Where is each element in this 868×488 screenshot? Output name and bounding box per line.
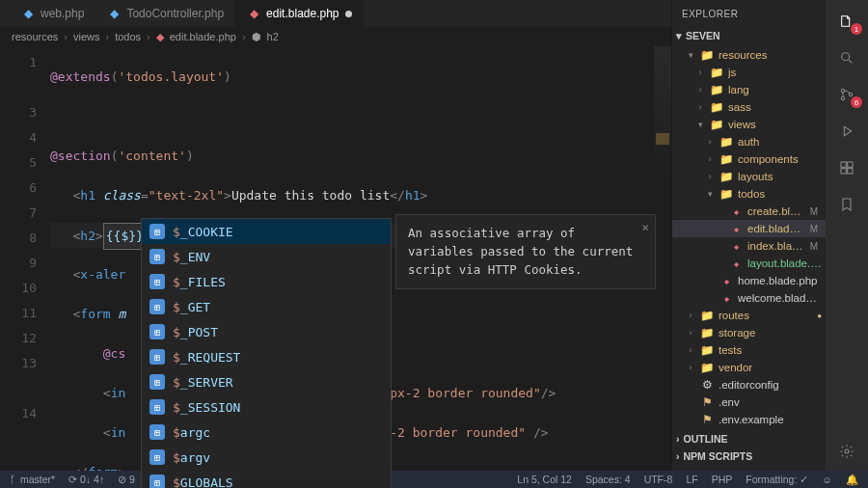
tree-row[interactable]: ›📁storage: [672, 324, 826, 341]
extensions-icon[interactable]: [835, 156, 858, 179]
chevron-icon: ›: [686, 311, 695, 320]
autocomplete-label: $_SESSION: [173, 400, 240, 415]
tree-row[interactable]: ›📁vendor: [672, 359, 826, 376]
autocomplete-item[interactable]: ⊞$_FILES: [142, 269, 391, 294]
problems-errors[interactable]: ⊘ 9: [118, 474, 135, 485]
chevron-icon: ›: [705, 172, 715, 181]
eol[interactable]: LF: [686, 474, 697, 485]
file-icon: 📁: [710, 66, 723, 79]
file-icon: 📁: [710, 100, 723, 114]
autocomplete-item[interactable]: ⊞$argc: [142, 420, 391, 445]
tree-row[interactable]: ›📁js: [672, 64, 826, 81]
tree-row[interactable]: ›📁lang: [672, 81, 826, 98]
tree-row[interactable]: ›📁auth: [672, 133, 826, 150]
tree-row[interactable]: ›📁tests: [672, 341, 826, 359]
tree-row[interactable]: ⬥home.blade.php: [672, 272, 826, 289]
tab-controller[interactable]: ◆ TodoController.php: [95, 0, 235, 27]
debug-icon[interactable]: [835, 120, 858, 143]
autocomplete-popup[interactable]: ⊞$_COOKIE⊞$_ENV⊞$_FILES⊞$_GET⊞$_POST⊞$_R…: [141, 218, 392, 488]
minimap[interactable]: [654, 46, 671, 471]
tab-edit-blade[interactable]: ◆ edit.blade.php: [235, 0, 363, 27]
tree-row[interactable]: ⬥index.blade....M: [672, 237, 826, 255]
bookmark-icon[interactable]: [835, 193, 858, 216]
crumb[interactable]: views: [73, 31, 100, 42]
crumb[interactable]: todos: [115, 31, 141, 42]
crumb[interactable]: edit.blade.php: [170, 31, 236, 42]
file-icon: 📁: [700, 343, 714, 357]
php-icon: ◆: [21, 7, 35, 20]
file-icon: ⚑: [700, 395, 714, 409]
search-icon[interactable]: [835, 46, 858, 69]
chevron-down-icon: ▾: [676, 30, 682, 41]
outline-section[interactable]: › OUTLINE: [672, 430, 826, 447]
autocomplete-item[interactable]: ⊞$_GET: [142, 294, 391, 319]
tree-label: components: [738, 153, 822, 165]
tree-row[interactable]: ⚙.editorconfig: [672, 376, 826, 393]
tree-row[interactable]: ▾📁todos: [672, 185, 826, 203]
tree-row[interactable]: ›📁components: [672, 150, 826, 168]
autocomplete-label: $_FILES: [173, 275, 226, 289]
bell-icon[interactable]: 🔔: [846, 474, 858, 486]
autocomplete-item[interactable]: ⊞$_SESSION: [142, 394, 391, 420]
tree-row[interactable]: ›📁layouts: [672, 168, 826, 185]
variable-icon: ⊞: [149, 424, 165, 440]
autocomplete-item[interactable]: ⊞$GLOBALS: [142, 470, 391, 488]
autocomplete-item[interactable]: ⊞$argv: [142, 445, 391, 470]
language-mode[interactable]: PHP: [712, 474, 733, 485]
variable-icon: ⊞: [149, 274, 165, 289]
npm-scripts-section[interactable]: › NPM SCRIPTS: [672, 447, 826, 465]
tree-row[interactable]: ▾📁views: [672, 116, 826, 133]
tree-row[interactable]: ›📁routes●: [672, 307, 826, 324]
tab-label: edit.blade.php: [266, 7, 339, 20]
indentation[interactable]: Spaces: 4: [585, 474, 631, 485]
crumb[interactable]: h2: [267, 31, 279, 42]
tree-row[interactable]: ⬥welcome.blade.php: [672, 289, 826, 307]
close-icon[interactable]: ×: [641, 219, 649, 237]
feedback-icon[interactable]: ☺: [822, 474, 832, 485]
variable-icon: ⊞: [149, 474, 165, 488]
tree-label: .editorconfig: [719, 379, 822, 391]
cursor-position[interactable]: Ln 5, Col 12: [517, 474, 572, 485]
tree-label: lang: [728, 84, 822, 95]
file-icon: ⬥: [729, 205, 743, 217]
tree-label: storage: [719, 327, 822, 339]
file-icon: 📁: [710, 83, 723, 96]
project-section[interactable]: ▾ SEVEN: [672, 27, 826, 44]
crumb[interactable]: resources: [12, 31, 58, 42]
source-control-icon[interactable]: 6: [835, 83, 858, 106]
encoding[interactable]: UTF-8: [644, 474, 673, 485]
autocomplete-item[interactable]: ⊞$_COOKIE: [142, 219, 391, 244]
tree-row[interactable]: ⚑.env.example: [672, 411, 826, 428]
variable-icon: ⊞: [149, 249, 165, 264]
tree-label: routes: [719, 310, 812, 321]
autocomplete-label: $_GET: [173, 300, 210, 314]
tree-row[interactable]: ⬥layout.blade.php: [672, 255, 826, 272]
tree-label: create.blade....: [747, 205, 805, 217]
tree-label: auth: [738, 136, 822, 148]
gear-icon[interactable]: [835, 440, 858, 463]
file-icon: 📁: [700, 326, 714, 339]
autocomplete-item[interactable]: ⊞$_REQUEST: [142, 344, 391, 369]
autocomplete-item[interactable]: ⊞$_POST: [142, 319, 391, 344]
git-sync[interactable]: ⟳ 0↓ 4↑: [68, 474, 104, 485]
hover-text: An associative array of variables passed…: [408, 226, 633, 277]
tree-row[interactable]: ▾📁resources: [672, 46, 826, 64]
tree-row[interactable]: ⬥create.blade....M: [672, 203, 826, 220]
git-branch[interactable]: ᚶ master*: [10, 474, 55, 485]
tree-label: todos: [738, 188, 822, 200]
chevron-icon: ›: [686, 363, 695, 372]
tree-row[interactable]: ⬥edit.blade.phpM: [672, 220, 826, 237]
tree-label: welcome.blade.php: [738, 292, 822, 304]
tree-row[interactable]: ⚑.env: [672, 393, 826, 411]
formatting-status[interactable]: Formatting: ✓: [746, 474, 808, 485]
explorer-icon[interactable]: 1: [835, 10, 858, 33]
tree-row[interactable]: ›📁sass: [672, 98, 826, 116]
tree-label: edit.blade.php: [747, 223, 805, 234]
variable-icon: ⊞: [149, 374, 165, 390]
autocomplete-item[interactable]: ⊞$_ENV: [142, 244, 391, 269]
tree-label: js: [728, 67, 822, 78]
autocomplete-item[interactable]: ⊞$_SERVER: [142, 369, 391, 394]
autocomplete-label: $argc: [173, 425, 210, 440]
tab-web-php[interactable]: ◆ web.php: [10, 0, 95, 27]
autocomplete-label: $_ENV: [173, 250, 210, 264]
